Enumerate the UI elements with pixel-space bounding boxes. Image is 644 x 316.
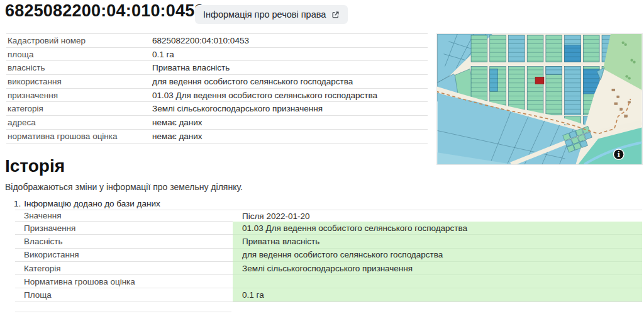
row-label: Використання: [15, 249, 233, 262]
row-value: Землі сільськогосподарського призначення: [233, 262, 642, 275]
table-row: нормативна грошова оцінка немає даних: [6, 130, 428, 144]
selected-parcel: [535, 77, 544, 84]
table-row: використання для ведення особистого селя…: [6, 75, 428, 89]
history-header-value: Після 2022-01-20: [233, 210, 642, 222]
history-heading: Історія: [5, 156, 65, 176]
row-label: площа: [6, 50, 152, 59]
row-label: Категорія: [15, 262, 233, 275]
row-label: Площа: [15, 288, 233, 302]
table-row: площа 0.1 га: [6, 48, 428, 62]
table-row: власність Приватна власність: [6, 61, 428, 75]
row-label: використання: [6, 77, 152, 86]
row-value: Приватна власність: [152, 63, 428, 72]
row-value: Землі сільськогосподарського призначення: [152, 104, 428, 113]
history-description: Відображаються зміни у інформації про зе…: [5, 182, 243, 192]
table-row: Кадастровий номер 6825082200:04:010:0453: [6, 34, 428, 48]
history-row: Площа 0.1 га: [15, 288, 642, 302]
external-link-icon: [331, 11, 340, 19]
history-row: Власність Приватна власність: [15, 235, 642, 248]
row-value: 01.03 Для ведення особистого селянського…: [152, 91, 428, 100]
rights-info-button[interactable]: Інформація про речові права: [195, 5, 348, 24]
page-title: 6825082200:04:010:0453: [5, 1, 204, 21]
row-label: адреса: [6, 118, 152, 127]
row-value: Приватна власність: [233, 235, 642, 248]
history-header-label: Значення: [15, 210, 233, 222]
history-row: Використання для ведення особистого селя…: [15, 249, 642, 262]
history-header-row: Значення Після 2022-01-20: [15, 210, 642, 222]
table-row: адреса немає даних: [6, 116, 428, 130]
row-value: 0.1 га: [233, 288, 642, 302]
cadastral-map[interactable]: i: [436, 33, 643, 165]
next-item-divider: [15, 312, 231, 312]
row-value: для ведення особистого селянського госпо…: [152, 77, 428, 86]
row-value: немає даних: [152, 118, 428, 127]
row-label: Призначення: [15, 222, 233, 235]
parcel-attributes-table: Кадастровий номер 6825082200:04:010:0453…: [6, 33, 428, 144]
history-item-title: 1.Інформацію додано до бази даних: [14, 199, 160, 208]
row-value: [233, 275, 642, 288]
row-label: призначення: [6, 91, 152, 100]
table-row: категорія Землі сільськогосподарського п…: [6, 102, 428, 116]
row-value: 6825082200:04:010:0453: [152, 36, 428, 45]
row-value: немає даних: [152, 132, 428, 141]
history-table: Значення Після 2022-01-20 Призначення 01…: [15, 210, 642, 302]
row-value: 0.1 га: [152, 50, 428, 59]
row-label: Нормативна грошова оцінка: [15, 275, 233, 288]
row-label: власність: [6, 63, 152, 72]
row-value: 01.03 Для ведення особистого селянського…: [233, 222, 642, 235]
history-row: Категорія Землі сільськогосподарського п…: [15, 262, 642, 275]
history-item-label: Інформацію додано до бази даних: [24, 199, 160, 208]
row-label: категорія: [6, 104, 152, 113]
history-row: Нормативна грошова оцінка: [15, 275, 642, 288]
rights-info-button-label: Інформація про речові права: [203, 9, 326, 20]
history-item-number: 1.: [14, 199, 21, 208]
info-icon[interactable]: i: [613, 149, 625, 160]
row-label: нормативна грошова оцінка: [6, 132, 152, 141]
svg-text:i: i: [618, 150, 620, 159]
history-row: Призначення 01.03 Для ведення особистого…: [15, 222, 642, 235]
table-row: призначення 01.03 Для ведення особистого…: [6, 89, 428, 103]
cadastral-parcel-page: 6825082200:04:010:0453 Інформація про ре…: [0, 0, 644, 316]
row-value: для ведення особистого селянського госпо…: [233, 249, 642, 262]
row-label: Власність: [15, 235, 233, 248]
row-label: Кадастровий номер: [6, 36, 152, 45]
